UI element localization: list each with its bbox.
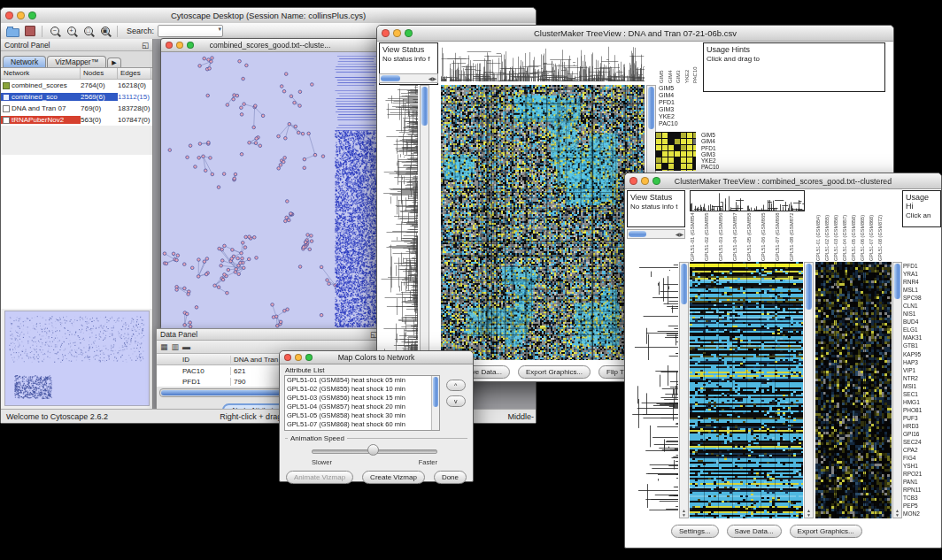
close-button[interactable] <box>5 12 13 19</box>
array-label[interactable]: PAC10 <box>692 42 701 83</box>
treeview-button[interactable]: Export Graphics... <box>790 525 862 538</box>
gene-dendrogram-canvas[interactable] <box>627 262 678 518</box>
zoom-out-button[interactable]: − <box>48 25 61 37</box>
zoom-window-button[interactable] <box>405 29 413 37</box>
attribute-list-item[interactable]: GPL51-01 (GSM854) heat shock 05 min <box>285 376 439 385</box>
zoom-in-button[interactable]: + <box>65 25 78 37</box>
gene-label[interactable]: NIS1 <box>903 310 941 318</box>
animate-vizmap-button[interactable]: Animate Vizmap <box>286 471 353 484</box>
minimize-button[interactable] <box>295 354 302 361</box>
horizontal-scrollbar[interactable]: ◀▶ <box>627 229 685 239</box>
gene-label[interactable]: PFD1 <box>659 99 699 106</box>
zoom-selected-button[interactable]: ▣ <box>98 25 112 37</box>
array-label[interactable]: GIM4 <box>668 42 676 83</box>
array-label[interactable]: GPL51-05 (GSM858) <box>851 212 860 261</box>
float-panel-icon[interactable]: ◱ <box>142 41 149 50</box>
gene-label[interactable]: MSI1 <box>903 382 941 390</box>
minimize-button[interactable] <box>17 12 25 19</box>
array-label[interactable]: GIM3 <box>676 42 684 83</box>
cytoscape-titlebar[interactable]: Cytoscape Desktop (Session Name: collins… <box>1 8 536 24</box>
gene-label[interactable]: YSH1 <box>903 462 941 470</box>
gene-label[interactable]: YKE2 <box>659 113 699 120</box>
close-button[interactable] <box>629 177 637 185</box>
array-label[interactable]: GPL51-04 (GSM857) <box>732 212 746 261</box>
scroll-down-icon[interactable]: ▼ <box>807 512 811 518</box>
map-colors-titlebar[interactable]: Map Colors to Network <box>280 351 473 364</box>
column-nodes[interactable]: Nodes <box>81 68 118 79</box>
gene-label[interactable]: HMG1 <box>903 398 941 406</box>
zoom-window-button[interactable] <box>305 354 313 361</box>
array-label[interactable]: GPL51-04 (GSM857) <box>842 212 851 261</box>
dendrogram-scrollbar[interactable]: ▲▼ <box>679 262 689 518</box>
column-id[interactable]: ID <box>180 356 231 364</box>
gene-label[interactable]: SEC1 <box>903 390 941 398</box>
array-label[interactable]: GPL51-08 (GSM872) <box>877 212 886 261</box>
done-button[interactable]: Done <box>434 471 467 484</box>
column-network[interactable]: Network <box>1 68 81 79</box>
array-label[interactable]: GPL51-06 (GSM865) <box>860 212 869 261</box>
scrollbar-thumb[interactable] <box>629 231 646 237</box>
array-label[interactable]: YKE2 <box>684 42 693 83</box>
gene-label[interactable]: GIM4 <box>659 92 699 99</box>
gene-label[interactable]: SEC24 <box>903 438 941 446</box>
scroll-down-icon[interactable]: ▼ <box>895 512 900 518</box>
close-button[interactable] <box>166 42 173 49</box>
gene-label[interactable]: PUF3 <box>903 414 941 422</box>
gene-label[interactable]: MON2 <box>903 510 941 518</box>
gene-label[interactable]: GIM5 <box>659 85 699 92</box>
selected-heatmap-canvas[interactable] <box>815 262 892 518</box>
scrollbar-thumb[interactable] <box>681 264 687 304</box>
open-session-button[interactable] <box>6 25 19 37</box>
scrollbar-thumb[interactable] <box>648 87 654 129</box>
array-label[interactable]: GIM5 <box>659 42 668 83</box>
gene-label[interactable]: HAP3 <box>903 358 941 366</box>
network-canvas[interactable] <box>161 52 379 328</box>
gene-label[interactable]: FIG4 <box>903 454 941 462</box>
selection-scrollbar[interactable]: ▲▼ <box>892 262 902 518</box>
gene-label[interactable]: CLN1 <box>903 302 941 310</box>
treeview-combined-titlebar[interactable]: ClusterMaker TreeView : combined_scores_… <box>625 173 941 189</box>
network-view-titlebar[interactable]: combined_scores_good.txt--cluste... <box>161 39 379 52</box>
zoom-fit-button[interactable]: □ <box>81 25 95 37</box>
scrollbar-thumb[interactable] <box>433 377 438 407</box>
horizontal-scrollbar[interactable]: ◀▶ <box>379 73 438 83</box>
gene-label[interactable]: PFD1 <box>903 262 941 270</box>
tab-vizmapper[interactable]: VizMapper™ <box>47 56 106 67</box>
gene-label[interactable]: KAP95 <box>903 350 941 358</box>
search-input[interactable]: ▾ <box>158 25 223 37</box>
delete-attribute-icon[interactable]: ▬ <box>182 342 190 351</box>
attribute-list-item[interactable]: GPL51-03 (GSM856) heat shock 15 min <box>285 394 439 403</box>
close-button[interactable] <box>382 29 390 37</box>
dendrogram-scrollbar[interactable]: ▲▼ <box>420 85 429 360</box>
network-row[interactable]: combined_scores 2764(0) 16218(0) <box>1 80 152 91</box>
list-scrollbar[interactable] <box>431 376 439 430</box>
array-label[interactable]: GPL51-07 (GSM868) <box>869 212 877 261</box>
array-label[interactable]: GPL51-01 (GSM854) <box>815 212 824 261</box>
attribute-list-item[interactable]: GPL51-04 (GSM857) heat shock 20 min <box>285 403 439 411</box>
heatmap-canvas[interactable] <box>690 262 803 518</box>
scrollbar-thumb[interactable] <box>381 75 400 81</box>
heatmap-canvas[interactable] <box>441 85 645 360</box>
create-vizmap-button[interactable]: Create Vizmap <box>362 471 425 484</box>
zoom-window-button[interactable] <box>652 177 660 185</box>
array-dendrogram-canvas[interactable] <box>441 42 645 81</box>
gene-label[interactable]: GPI16 <box>903 430 941 438</box>
attribute-list-item[interactable]: GPL51-02 (GSM855) heat shock 10 min <box>285 385 439 394</box>
scrollbar-thumb[interactable] <box>894 264 900 299</box>
minimize-button[interactable] <box>393 29 401 37</box>
attribute-list-item[interactable]: GPL51-05 (GSM858) heat shock 30 min <box>285 411 439 420</box>
gene-label[interactable]: RPN11 <box>903 486 941 494</box>
gene-label[interactable]: PHO81 <box>903 406 941 414</box>
scrollbar-thumb[interactable] <box>421 87 428 126</box>
minimize-button[interactable] <box>176 42 183 49</box>
scrollbar-thumb[interactable] <box>806 264 812 310</box>
zoom-window-button[interactable] <box>28 12 36 19</box>
array-dendrogram-canvas[interactable] <box>690 190 805 211</box>
array-label[interactable]: GPL51-03 (GSM856) <box>718 212 732 261</box>
gene-label[interactable]: YRA1 <box>903 270 941 278</box>
save-session-button[interactable] <box>23 25 36 37</box>
close-button[interactable] <box>284 354 291 361</box>
gene-label[interactable]: NTR2 <box>903 374 941 382</box>
gene-label[interactable]: SPC98 <box>903 294 941 302</box>
treeview-dna-titlebar[interactable]: ClusterMaker TreeView : DNA and Tran 07-… <box>377 26 893 42</box>
